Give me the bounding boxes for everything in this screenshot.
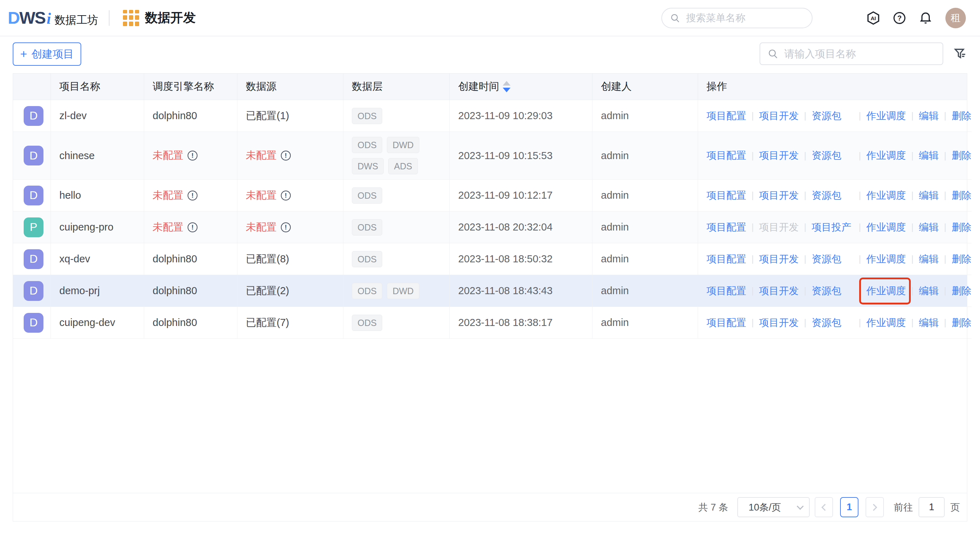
action-link-项目开发[interactable]: 项目开发 xyxy=(759,109,799,123)
table-empty-area xyxy=(13,339,967,493)
action-link-项目配置[interactable]: 项目配置 xyxy=(706,109,746,123)
action-link-项目投产[interactable]: 项目投产 xyxy=(812,221,854,234)
actions-cell: 项目配置|项目开发|资源包|作业调度|编辑|删除 xyxy=(698,132,972,180)
action-link-项目配置[interactable]: 项目配置 xyxy=(706,284,746,298)
action-link-编辑[interactable]: 编辑 xyxy=(919,284,939,298)
action-link-删除[interactable]: 删除 xyxy=(952,252,972,266)
project-name: chinese xyxy=(59,150,95,161)
product-logo[interactable]: D WS i 数据工坊 xyxy=(8,8,98,27)
action-link-资源包[interactable]: 资源包 xyxy=(812,189,854,202)
help-icon[interactable]: ? xyxy=(892,10,907,26)
bell-icon[interactable] xyxy=(918,10,933,26)
action-link-资源包[interactable]: 资源包 xyxy=(812,149,854,162)
col-created-time[interactable]: 创建时间 xyxy=(450,73,592,100)
creator-cell: admin xyxy=(592,180,698,211)
table-row[interactable]: Dzl-devdolphin80已配置(1)ODS2023-11-09 10:2… xyxy=(13,100,967,132)
project-name-cell: xq-dev xyxy=(51,243,144,275)
sort-caret-icon[interactable] xyxy=(503,81,511,92)
action-link-作业调度[interactable]: 作业调度 xyxy=(866,189,906,202)
table-row[interactable]: Dchinese未配置!未配置!ODSDWDDWSADS2023-11-09 1… xyxy=(13,132,967,180)
table-row[interactable]: Dcuipeng-devdolphin80已配置(7)ODS2023-11-08… xyxy=(13,307,967,339)
info-warning-icon[interactable]: ! xyxy=(188,151,197,161)
action-link-项目配置[interactable]: 项目配置 xyxy=(706,252,746,266)
data-layer-tag: DWD xyxy=(387,283,419,299)
action-link-作业调度[interactable]: 作业调度 xyxy=(866,284,906,298)
action-link-删除[interactable]: 删除 xyxy=(952,149,972,162)
data-layer-tag: ODS xyxy=(352,251,382,267)
prev-page-button[interactable] xyxy=(815,497,833,517)
menu-search-input[interactable] xyxy=(686,12,814,24)
engine-cell: dolphin80 xyxy=(144,100,237,132)
info-warning-icon[interactable]: ! xyxy=(188,222,197,232)
project-filter-box[interactable] xyxy=(760,42,943,65)
project-filter-input[interactable] xyxy=(784,48,935,60)
engine-cell: dolphin80 xyxy=(144,243,237,275)
action-link-删除[interactable]: 删除 xyxy=(952,284,972,298)
action-link-删除[interactable]: 删除 xyxy=(952,189,972,202)
action-link-编辑[interactable]: 编辑 xyxy=(919,109,939,123)
action-link-项目配置[interactable]: 项目配置 xyxy=(706,221,746,234)
action-link-作业调度[interactable]: 作业调度 xyxy=(866,221,906,234)
table-row[interactable]: Dhello未配置!未配置!ODS2023-11-09 10:12:17admi… xyxy=(13,180,967,211)
goto-page-input[interactable] xyxy=(918,497,945,517)
creator: admin xyxy=(601,110,629,121)
not-configured-text: 未配置! xyxy=(246,220,291,234)
project-name: cuipeng-dev xyxy=(59,317,115,329)
data-layer-cell: ODS xyxy=(344,100,450,132)
action-link-项目开发[interactable]: 项目开发 xyxy=(759,316,799,330)
error-label: 未配置 xyxy=(153,220,183,234)
action-link-资源包[interactable]: 资源包 xyxy=(812,109,854,123)
action-separator: | xyxy=(859,286,861,296)
menu-search-box[interactable] xyxy=(661,8,813,28)
action-link-编辑[interactable]: 编辑 xyxy=(919,316,939,330)
table-row[interactable]: Dxq-devdolphin80已配置(8)ODS2023-11-08 18:5… xyxy=(13,243,967,275)
action-link-资源包[interactable]: 资源包 xyxy=(812,284,854,298)
user-avatar[interactable]: 租 xyxy=(945,8,966,28)
page-size-select[interactable]: 10条/页 xyxy=(737,497,810,517)
action-link-作业调度[interactable]: 作业调度 xyxy=(866,109,906,123)
action-link-编辑[interactable]: 编辑 xyxy=(919,252,939,266)
action-link-编辑[interactable]: 编辑 xyxy=(919,221,939,234)
action-link-资源包[interactable]: 资源包 xyxy=(812,316,854,330)
info-warning-icon[interactable]: ! xyxy=(188,191,197,201)
created-time-cell: 2023-11-08 18:38:17 xyxy=(450,307,592,339)
action-link-项目开发[interactable]: 项目开发 xyxy=(759,284,799,298)
action-link-项目开发[interactable]: 项目开发 xyxy=(759,189,799,202)
create-project-button[interactable]: + 创建项目 xyxy=(13,42,81,66)
data-layer-cell: ODSDWD xyxy=(344,275,450,307)
next-page-button[interactable] xyxy=(865,497,884,517)
app-title: 数据开发 xyxy=(145,9,196,27)
creator-cell: admin xyxy=(592,211,698,243)
action-link-项目配置[interactable]: 项目配置 xyxy=(706,149,746,162)
engine-name: dolphin80 xyxy=(153,110,197,121)
action-link-编辑[interactable]: 编辑 xyxy=(919,189,939,202)
action-link-删除[interactable]: 删除 xyxy=(952,221,972,234)
info-warning-icon[interactable]: ! xyxy=(281,222,291,232)
col-actions: 操作 xyxy=(698,73,967,100)
action-separator: | xyxy=(859,222,861,233)
action-link-删除[interactable]: 删除 xyxy=(952,109,972,123)
info-warning-icon[interactable]: ! xyxy=(281,151,291,161)
action-link-项目开发[interactable]: 项目开发 xyxy=(759,252,799,266)
ai-assistant-icon[interactable]: AI xyxy=(865,10,881,26)
project-name-cell: hello xyxy=(51,180,144,211)
filter-funnel-icon[interactable] xyxy=(953,47,967,61)
info-warning-icon[interactable]: ! xyxy=(281,191,291,201)
created-time-cell: 2023-11-09 10:29:03 xyxy=(450,100,592,132)
table-row[interactable]: Ddemo-prjdolphin80已配置(2)ODSDWD2023-11-08… xyxy=(13,275,967,307)
action-link-编辑[interactable]: 编辑 xyxy=(919,149,939,162)
action-link-作业调度[interactable]: 作业调度 xyxy=(866,316,906,330)
action-link-项目配置[interactable]: 项目配置 xyxy=(706,316,746,330)
action-link-资源包[interactable]: 资源包 xyxy=(812,252,854,266)
app-entry[interactable]: 数据开发 xyxy=(123,9,196,27)
action-link-项目配置[interactable]: 项目配置 xyxy=(706,189,746,202)
current-page-button[interactable]: 1 xyxy=(840,497,859,517)
action-link-删除[interactable]: 删除 xyxy=(952,316,972,330)
action-link-作业调度[interactable]: 作业调度 xyxy=(866,252,906,266)
project-name-cell: chinese xyxy=(51,132,144,180)
table-row[interactable]: Pcuipeng-pro未配置!未配置!ODS2023-11-08 20:32:… xyxy=(13,211,967,243)
action-link-作业调度[interactable]: 作业调度 xyxy=(866,149,906,162)
action-separator: | xyxy=(804,254,807,265)
action-link-项目开发[interactable]: 项目开发 xyxy=(759,149,799,162)
header-divider xyxy=(109,10,110,26)
